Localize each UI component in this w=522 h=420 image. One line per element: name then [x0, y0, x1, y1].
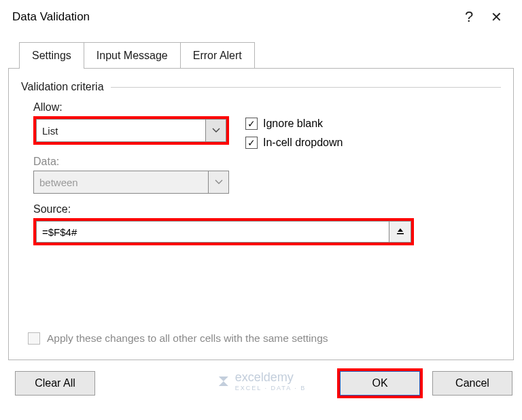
button-label: OK: [372, 377, 387, 389]
ok-button[interactable]: OK: [340, 371, 420, 396]
checkbox-label: Ignore blank: [263, 118, 323, 130]
data-label: Data:: [33, 156, 501, 168]
options-column: ✓ Ignore blank ✓ In-cell dropdown: [245, 116, 343, 149]
checkbox-icon: ✓: [245, 118, 258, 130]
allow-highlight: List: [33, 116, 229, 145]
tab-input-message[interactable]: Input Message: [84, 42, 181, 69]
allow-label: Allow:: [33, 101, 501, 113]
cancel-button[interactable]: Cancel: [432, 371, 512, 396]
tab-strip: Settings Input Message Error Alert: [0, 33, 522, 69]
group-title-text: Validation criteria: [21, 81, 104, 93]
tab-label: Settings: [32, 50, 71, 61]
tab-error-alert[interactable]: Error Alert: [180, 42, 255, 69]
tab-label: Input Message: [97, 50, 168, 61]
source-value: =$F$4#: [42, 226, 77, 238]
button-label: Clear All: [35, 377, 75, 389]
checkbox-icon: [28, 332, 40, 345]
allow-value: List: [37, 125, 205, 137]
button-label: Cancel: [455, 377, 489, 389]
tab-label: Error Alert: [193, 50, 242, 61]
allow-dropdown[interactable]: List: [36, 119, 226, 142]
range-select-button[interactable]: [389, 221, 411, 243]
chevron-down-icon: [205, 120, 226, 141]
chevron-down-icon: [208, 171, 228, 193]
incell-dropdown-checkbox[interactable]: ✓ In-cell dropdown: [245, 137, 343, 149]
data-value: between: [34, 177, 208, 188]
dialog-title: Data Validation: [12, 10, 455, 24]
apply-all-checkbox: Apply these changes to all other cells w…: [28, 332, 328, 345]
checkbox-label: In-cell dropdown: [263, 137, 343, 149]
dialog-button-row: Clear All OK Cancel: [0, 368, 522, 409]
help-button[interactable]: ?: [455, 8, 483, 26]
svg-rect-0: [397, 233, 404, 234]
divider: [111, 87, 501, 88]
title-bar: Data Validation ? ✕: [0, 0, 522, 33]
tab-settings[interactable]: Settings: [19, 42, 84, 69]
close-button[interactable]: ✕: [483, 9, 510, 25]
clear-all-button[interactable]: Clear All: [15, 371, 95, 396]
source-input[interactable]: =$F$4#: [36, 221, 389, 243]
ignore-blank-checkbox[interactable]: ✓ Ignore blank: [245, 118, 343, 130]
checkbox-icon: ✓: [245, 137, 258, 149]
source-highlight: =$F$4#: [33, 218, 414, 245]
data-validation-dialog: Data Validation ? ✕ Settings Input Messa…: [0, 0, 522, 420]
checkbox-label: Apply these changes to all other cells w…: [47, 332, 328, 345]
ok-highlight: OK: [337, 368, 423, 398]
source-label: Source:: [33, 203, 501, 215]
tab-panel-settings: Validation criteria Allow: List ✓: [8, 68, 514, 360]
group-header: Validation criteria: [21, 81, 501, 93]
collapse-dialog-icon: [396, 226, 405, 238]
data-dropdown: between: [33, 171, 229, 194]
